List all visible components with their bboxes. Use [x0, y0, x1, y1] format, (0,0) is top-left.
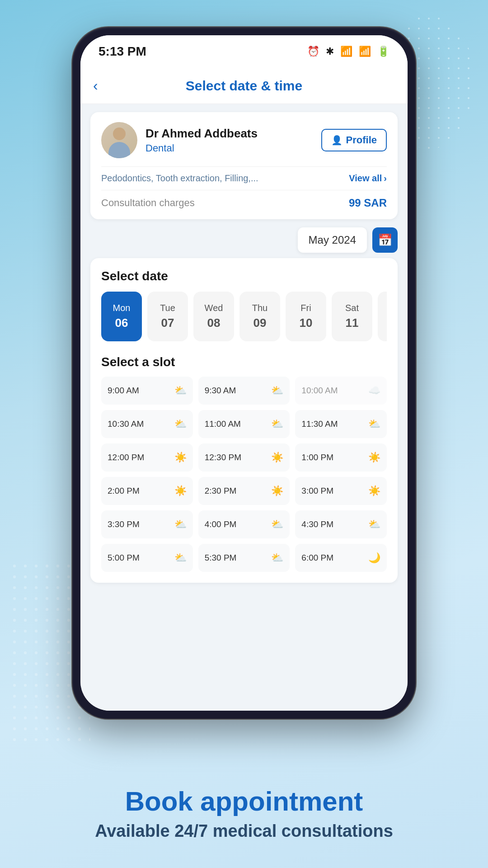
partly-cloudy-icon: ⛅ — [174, 519, 187, 530]
alarm-icon: ⏰ — [307, 46, 319, 57]
view-all-label: View all — [349, 173, 382, 184]
date-num-label: 10 — [300, 316, 313, 330]
promo-subtitle: Available 24/7 medical consultations — [41, 821, 447, 841]
calendar-icon: 📅 — [378, 233, 392, 247]
doctor-specialty: Dental — [145, 142, 174, 154]
slot-time-label: 2:30 PM — [205, 486, 237, 496]
slot-1130am[interactable]: 11:30 AM ⛅ — [295, 410, 387, 438]
slot-100pm[interactable]: 1:00 PM ☀️ — [295, 443, 387, 472]
slot-530pm[interactable]: 5:30 PM ⛅ — [198, 544, 290, 572]
date-item-sat11[interactable]: Sat 11 — [332, 292, 372, 341]
charges-row: Consultation charges 99 SAR — [101, 190, 387, 209]
profile-button-label: Profile — [346, 134, 377, 146]
slot-time-label: 12:00 PM — [108, 453, 144, 462]
status-icons: ⏰ ✱ 📶 📶 🔋 — [307, 46, 389, 57]
sun-icon: ☀️ — [271, 452, 283, 463]
partly-cloudy-icon: ⛅ — [174, 418, 187, 430]
cloud-icon: ☁️ — [368, 385, 380, 396]
slot-500pm[interactable]: 5:00 PM ⛅ — [101, 544, 193, 572]
partly-cloudy-icon: ⛅ — [174, 385, 187, 396]
charges-label: Consultation charges — [101, 197, 195, 209]
slot-430pm[interactable]: 4:30 PM ⛅ — [295, 510, 387, 538]
date-item-fri10[interactable]: Fri 10 — [286, 292, 326, 341]
doctor-card: Dr Ahmed Addbeats Dental 👤 Profile Pedod… — [90, 112, 398, 219]
slot-600pm[interactable]: 6:00 PM 🌙 — [295, 544, 387, 572]
phone-screen: 5:13 PM ⏰ ✱ 📶 📶 🔋 ‹ Select date & time — [80, 35, 408, 711]
slot-1030am[interactable]: 10:30 AM ⛅ — [101, 410, 193, 438]
battery-icon: 🔋 — [377, 46, 389, 57]
avatar — [101, 122, 137, 158]
slot-230pm[interactable]: 2:30 PM ☀️ — [198, 477, 290, 505]
profile-button[interactable]: 👤 Profile — [321, 129, 387, 151]
date-day-label: Sat — [345, 303, 359, 313]
slot-time-label: 9:30 AM — [205, 386, 236, 396]
bluetooth-icon: ✱ — [326, 46, 334, 57]
date-num-label: 08 — [207, 316, 221, 330]
date-item-thu09[interactable]: Thu 09 — [239, 292, 280, 341]
slot-300pm[interactable]: 3:00 PM ☀️ — [295, 477, 387, 505]
date-num-label: 07 — [161, 316, 174, 330]
main-content: Select date Mon 06 Tue 07 Wed 08 — [90, 258, 398, 583]
date-selector: Mon 06 Tue 07 Wed 08 Thu — [101, 292, 387, 344]
slot-time-label: 3:30 PM — [108, 519, 140, 529]
partly-cloudy-icon: ⛅ — [174, 552, 187, 564]
partly-cloudy-icon: ⛅ — [271, 552, 283, 564]
screen-content: Dr Ahmed Addbeats Dental 👤 Profile Pedod… — [80, 104, 408, 711]
slot-time-label: 10:30 AM — [108, 419, 144, 429]
partly-cloudy-icon: ⛅ — [271, 519, 283, 530]
back-button[interactable]: ‹ — [93, 77, 98, 94]
specialties-row: Pedodontics, Tooth extraction, Filling,.… — [101, 166, 387, 190]
slot-400pm[interactable]: 4:00 PM ⛅ — [198, 510, 290, 538]
avatar-head — [113, 127, 126, 140]
date-day-label: Mon — [113, 303, 131, 313]
chevron-right-icon: › — [384, 173, 387, 184]
date-item-sun12[interactable]: Su 1 — [378, 292, 387, 341]
slot-1200pm[interactable]: 12:00 PM ☀️ — [101, 443, 193, 472]
status-time: 5:13 PM — [99, 44, 146, 59]
avatar-body — [108, 142, 130, 158]
sun-icon: ☀️ — [174, 452, 187, 463]
date-item-mon06[interactable]: Mon 06 — [101, 292, 142, 341]
moon-icon: 🌙 — [368, 552, 380, 564]
doctor-left: Dr Ahmed Addbeats Dental — [101, 122, 258, 158]
slot-time-label: 2:00 PM — [108, 486, 140, 496]
month-display: May 2024 — [298, 227, 367, 253]
slot-time-label: 1:00 PM — [301, 453, 333, 462]
profile-icon: 👤 — [331, 135, 343, 146]
slot-time-label: 5:30 PM — [205, 553, 237, 563]
date-day-label: Tue — [160, 303, 175, 313]
slot-time-label: 4:30 PM — [301, 519, 333, 529]
slot-time-label: 11:00 AM — [205, 419, 241, 429]
slot-1230pm[interactable]: 12:30 PM ☀️ — [198, 443, 290, 472]
specialties-text: Pedodontics, Tooth extraction, Filling,.… — [101, 173, 258, 184]
slot-time-label: 3:00 PM — [301, 486, 333, 496]
slot-1000am: 10:00 AM ☁️ — [295, 377, 387, 405]
date-num-label: 11 — [346, 316, 359, 330]
date-num-label: 06 — [115, 316, 128, 330]
slot-1100am[interactable]: 11:00 AM ⛅ — [198, 410, 290, 438]
slot-330pm[interactable]: 3:30 PM ⛅ — [101, 510, 193, 538]
view-all-button[interactable]: View all › — [349, 173, 387, 184]
date-item-tue07[interactable]: Tue 07 — [147, 292, 188, 341]
slot-930am[interactable]: 9:30 AM ⛅ — [198, 377, 290, 405]
month-selector-row: May 2024 📅 — [80, 227, 408, 258]
phone-wrapper: 5:13 PM ⏰ ✱ 📶 📶 🔋 ‹ Select date & time — [72, 27, 416, 719]
sun-icon: ☀️ — [368, 485, 380, 497]
partly-cloudy-icon: ⛅ — [271, 385, 283, 396]
slot-200pm[interactable]: 2:00 PM ☀️ — [101, 477, 193, 505]
signal-icon: 📶 — [359, 46, 371, 57]
date-day-label: Fri — [300, 303, 311, 313]
slot-time-label: 9:00 AM — [108, 386, 139, 396]
doctor-text: Dr Ahmed Addbeats Dental — [145, 127, 258, 154]
date-item-wed08[interactable]: Wed 08 — [193, 292, 234, 341]
sun-icon: ☀️ — [271, 485, 283, 497]
header: ‹ Select date & time — [80, 68, 408, 104]
calendar-button[interactable]: 📅 — [372, 227, 398, 253]
sun-icon: ☀️ — [174, 485, 187, 497]
avatar-person — [106, 127, 133, 158]
date-day-label: Thu — [252, 303, 267, 313]
page-title: Select date & time — [186, 78, 302, 94]
slot-time-label: 5:00 PM — [108, 553, 140, 563]
slot-900am[interactable]: 9:00 AM ⛅ — [101, 377, 193, 405]
status-bar: 5:13 PM ⏰ ✱ 📶 📶 🔋 — [80, 35, 408, 68]
